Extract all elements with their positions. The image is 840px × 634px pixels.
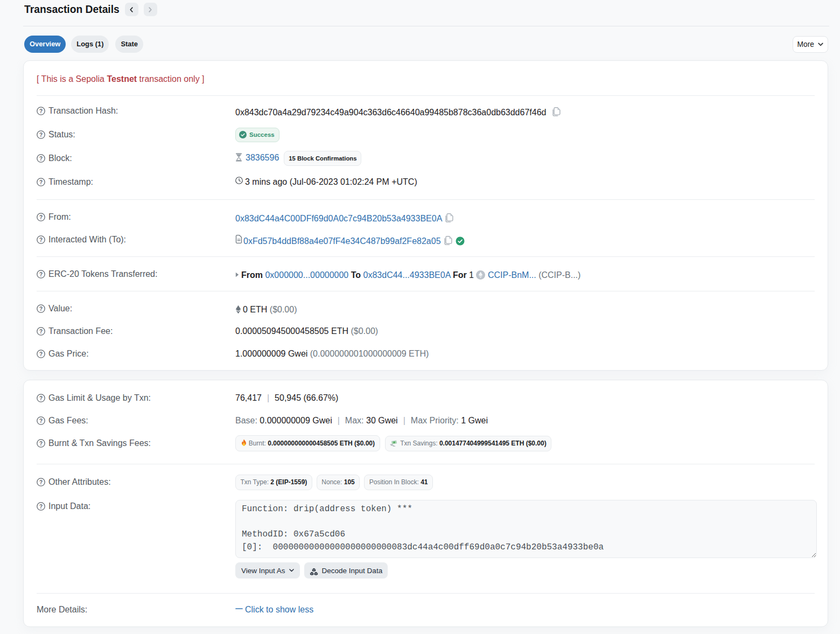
svg-text:?: ? (39, 351, 43, 357)
svg-text:?: ? (39, 306, 43, 312)
svg-text:?: ? (39, 271, 43, 277)
svg-text:?: ? (39, 108, 43, 114)
svg-text:?: ? (39, 132, 43, 138)
svg-text:?: ? (39, 214, 43, 220)
svg-text:?: ? (39, 504, 43, 510)
svg-text:?: ? (39, 441, 43, 447)
svg-text:?: ? (39, 329, 43, 335)
svg-text:?: ? (39, 237, 43, 243)
svg-text:?: ? (39, 479, 43, 485)
svg-text:?: ? (39, 395, 43, 401)
svg-text:?: ? (39, 179, 43, 185)
svg-text:?: ? (39, 156, 43, 162)
svg-text:?: ? (39, 418, 43, 424)
